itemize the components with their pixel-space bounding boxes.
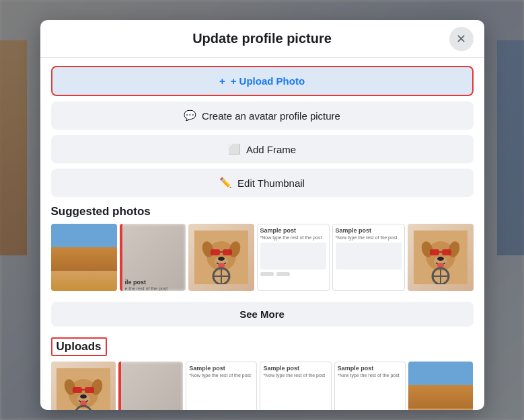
create-avatar-label: Create an avatar profile picture [202, 110, 340, 122]
uploads-title: Uploads [51, 337, 107, 356]
upload-photo-sample1[interactable]: Sample post *Now type the rest of the po… [186, 362, 257, 410]
suggested-photo-landscape[interactable] [51, 224, 117, 291]
close-button[interactable]: ✕ [449, 27, 474, 51]
suggested-photo-sample2[interactable]: Sample post *Now type the rest of the po… [332, 224, 405, 291]
dog-image-2 [408, 224, 474, 291]
update-profile-picture-modal: Update profile picture ✕ + + Upload Phot… [40, 20, 484, 410]
svg-point-5 [218, 257, 225, 261]
suggested-photo-sample1[interactable]: Sample post *Now type the rest of the po… [257, 224, 330, 291]
upload-sample-title-3: Sample post [338, 365, 402, 372]
modal-backdrop: Update profile picture ✕ + + Upload Phot… [0, 0, 524, 420]
sample-post-text-1: *Now type the rest of the post [260, 235, 326, 240]
upload-blurred-image [118, 362, 183, 410]
dog-image [188, 224, 254, 291]
modal-title: Update profile picture [192, 31, 332, 46]
create-avatar-button[interactable]: 💬 Create an avatar profile picture [51, 101, 474, 130]
sample-post-title-2: Sample post [336, 227, 402, 234]
edit-icon: ✏️ [219, 177, 232, 189]
upload-photo-button[interactable]: + + Upload Photo [51, 66, 474, 96]
sample-post-image-placeholder2 [336, 243, 402, 269]
modal-header: Update profile picture ✕ [40, 20, 484, 58]
suggested-photo-dog[interactable] [188, 224, 254, 291]
upload-sample-text-3: *Now type the rest of the post [338, 373, 402, 378]
see-more-button[interactable]: See More [51, 302, 474, 327]
post-subtext: e the rest of the post [125, 286, 168, 291]
upload-photo-label: + Upload Photo [231, 75, 305, 87]
landscape-image [51, 224, 117, 291]
suggested-photo-blurred[interactable]: ile post e the rest of the post [120, 224, 186, 291]
edit-thumbnail-button[interactable]: ✏️ Edit Thumbnail [51, 169, 474, 197]
frame-icon: ⬜ [228, 143, 241, 155]
upload-photo-blurred[interactable] [118, 362, 183, 410]
upload-landscape-image [408, 362, 473, 410]
sample-post-actions [260, 272, 326, 276]
dog-car-image [51, 362, 116, 410]
sample-post-title-1: Sample post [260, 227, 326, 234]
red-strip [120, 224, 122, 291]
suggested-photo-dog2[interactable] [408, 224, 474, 291]
uploads-grid: Sample post *Now type the rest of the po… [51, 362, 474, 410]
suggested-photos-grid: ile post e the rest of the post [51, 224, 474, 291]
avatar-icon: 💬 [184, 110, 196, 122]
svg-rect-8 [223, 249, 232, 255]
upload-sample-title-2: Sample post [263, 365, 328, 372]
uploads-section: Uploads [51, 332, 474, 410]
upload-photo-landscape[interactable] [408, 362, 473, 410]
svg-rect-34 [85, 387, 94, 393]
suggested-photos-title: Suggested photos [51, 205, 474, 218]
svg-point-31 [80, 394, 87, 398]
post-label: ile post [125, 279, 147, 286]
edit-thumbnail-label: Edit Thumbnail [237, 177, 305, 189]
close-icon: ✕ [456, 32, 466, 46]
upload-sample-text-2: *Now type the rest of the post [263, 373, 328, 378]
svg-rect-20 [430, 249, 439, 255]
sample-post-image-placeholder [260, 243, 326, 269]
svg-rect-21 [442, 249, 451, 255]
upload-sample-text-1: *Now type the rest of the post [189, 373, 254, 378]
upload-sample-title-1: Sample post [189, 365, 254, 372]
svg-rect-7 [211, 249, 220, 255]
add-frame-button[interactable]: ⬜ Add Frame [51, 135, 474, 163]
upload-icon: + [219, 75, 225, 87]
modal-body: + + Upload Photo 💬 Create an avatar prof… [40, 58, 484, 410]
sample-post-text-2: *Now type the rest of the post [336, 235, 402, 240]
upload-red-strip [118, 362, 121, 410]
upload-photo-sample3[interactable]: Sample post *Now type the rest of the po… [334, 362, 406, 410]
upload-photo-sample2[interactable]: Sample post *Now type the rest of the po… [260, 362, 331, 410]
svg-rect-33 [73, 387, 82, 393]
upload-photo-dog-car[interactable] [51, 362, 116, 410]
add-frame-label: Add Frame [246, 144, 296, 155]
svg-point-18 [437, 257, 444, 261]
